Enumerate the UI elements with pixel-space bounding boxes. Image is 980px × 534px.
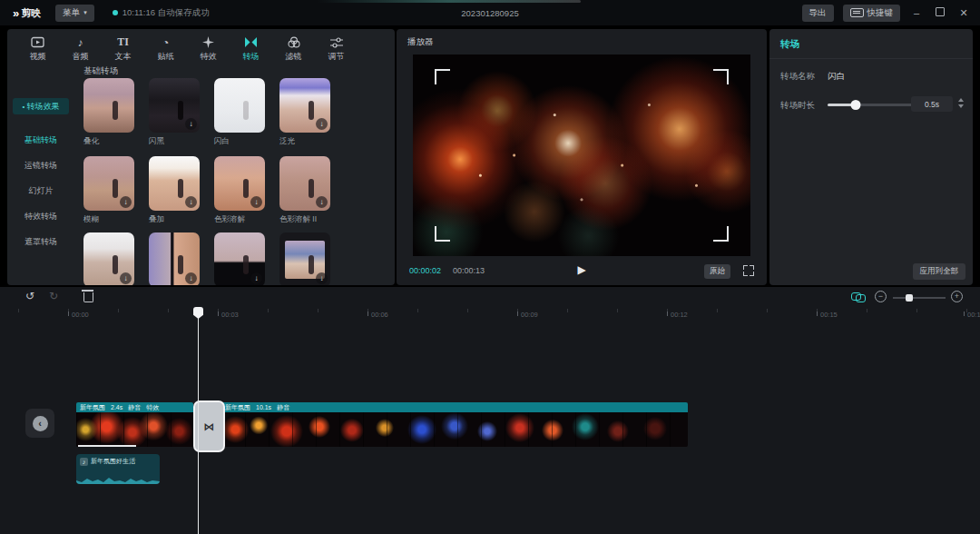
transition-card-flash-black[interactable]: ↓ 闪黑 — [149, 78, 200, 147]
timeline-zoom-slider[interactable] — [893, 297, 946, 299]
sidebar-item-camera-transitions[interactable]: 运镜转场 — [7, 160, 74, 172]
aspect-ratio-button[interactable]: 原始 — [704, 264, 730, 279]
video-preview[interactable] — [413, 54, 750, 256]
clip-mute-badge: 静音 — [128, 403, 141, 412]
duration-label: 转场时长 — [780, 100, 815, 112]
undo-button[interactable]: ↺ — [25, 290, 34, 302]
track-collapse-button[interactable]: ‹ — [25, 409, 54, 438]
zoom-out-button[interactable]: − — [875, 291, 887, 302]
playhead-line[interactable] — [198, 307, 199, 534]
timeline-zoom-handle[interactable] — [906, 294, 913, 302]
zoom-in-button[interactable]: + — [951, 291, 963, 302]
app-logo: » 剪映 — [13, 6, 41, 20]
shortcut-label: 快捷键 — [867, 7, 894, 19]
shortcut-button[interactable]: 快捷键 — [843, 5, 901, 22]
download-icon: ↓ — [185, 272, 197, 284]
fullscreen-icon[interactable] — [743, 265, 754, 276]
transition-bowtie-icon: ⋈ — [204, 420, 215, 433]
duration-stepper[interactable] — [958, 98, 964, 108]
transition-thumbnail[interactable]: ↓ — [149, 78, 200, 133]
audio-icon: ♪ — [78, 35, 83, 49]
transition-thumbnail[interactable]: ↓ — [279, 232, 330, 285]
transition-name-value: 闪白 — [828, 71, 845, 83]
duration-value-input[interactable]: 0.5s — [911, 96, 953, 112]
step-down-icon[interactable] — [958, 104, 964, 108]
transition-icon — [244, 35, 258, 49]
back-icon: ‹ — [33, 416, 48, 431]
time-ruler[interactable]: 00:00 00:03 00:06 00:09 00:12 00:15 00:1… — [0, 309, 980, 321]
download-icon: ↓ — [185, 196, 197, 208]
transition-card-flash-white[interactable]: 闪白 — [214, 78, 265, 147]
play-button[interactable]: ▶ — [577, 263, 585, 276]
transition-card-blur[interactable]: ↓ 模糊 — [83, 156, 134, 225]
transition-thumbnail[interactable]: ↓ — [83, 156, 134, 211]
transition-thumbnail[interactable]: ↓ — [149, 156, 200, 211]
transition-card[interactable]: ↓ — [149, 232, 200, 285]
transition-card-color-dissolve-2[interactable]: ↓ 色彩溶解 II — [279, 156, 330, 225]
close-button[interactable]: ✕ — [956, 7, 971, 19]
transition-card-dissolve[interactable]: 叠化 — [83, 78, 134, 147]
transition-inspector-panel: 转场 转场名称 闪白 转场时长 0.5s 应用到全部 — [769, 29, 973, 285]
transition-name-row: 转场名称 闪白 — [780, 71, 845, 83]
text-icon: TI — [117, 35, 129, 49]
clip-name: 新年氛围 — [80, 403, 105, 412]
transition-thumbnail[interactable]: ↓ — [214, 232, 265, 285]
tab-video[interactable]: 视频 — [16, 33, 59, 65]
transition-thumbnail[interactable]: ↓ — [149, 232, 200, 285]
window-sheen — [318, 0, 581, 3]
audio-waveform — [76, 473, 160, 484]
transition-label: 色彩溶解 — [214, 214, 265, 225]
delete-button[interactable] — [83, 292, 93, 302]
transition-thumbnail[interactable]: ↓ — [83, 232, 134, 285]
sidebar-item-basic-transitions[interactable]: 基础转场 — [7, 134, 74, 146]
transition-thumbnail[interactable]: ↓ — [279, 156, 330, 211]
maximize-button[interactable] — [933, 7, 947, 18]
video-icon — [31, 35, 44, 49]
project-title: 202301280925 — [461, 8, 518, 18]
clip-filmstrip[interactable] — [76, 412, 193, 447]
export-button[interactable]: 导出 — [802, 5, 834, 22]
download-icon: ↓ — [250, 272, 262, 284]
transition-thumbnail[interactable]: ↓ — [279, 78, 330, 133]
ruler-tick: 00:12 — [667, 311, 688, 319]
duration-slider-handle[interactable] — [850, 100, 860, 110]
snap-toggle-icon[interactable] — [851, 292, 866, 302]
transition-card-color-dissolve[interactable]: ↓ 色彩溶解 — [214, 156, 265, 225]
step-up-icon[interactable] — [958, 98, 964, 102]
player-panel: 播放器 00:00:02 00:00:13 ▶ 原始 — [397, 29, 767, 285]
crop-corner-icon — [435, 226, 450, 242]
transition-thumbnail[interactable]: ↓ — [214, 156, 265, 211]
transition-card-bloom[interactable]: ↓ 泛光 — [279, 78, 330, 147]
menu-label: 菜单 — [63, 7, 80, 19]
sticker-icon: ◔ — [162, 35, 169, 49]
transition-thumbnail[interactable] — [83, 78, 134, 133]
video-clip-2[interactable]: 新年氛围 10.1s 静音 — [221, 402, 688, 447]
player-title: 播放器 — [407, 36, 434, 48]
transition-category-sidebar: • 转场效果 基础转场 运镜转场 幻灯片 特效转场 遮罩转场 — [7, 64, 74, 285]
sidebar-group-transition-effects[interactable]: • 转场效果 — [13, 98, 69, 114]
transition-card[interactable]: ↓ — [83, 232, 134, 285]
transition-duration-row: 转场时长 0.5s — [780, 96, 965, 113]
name-label: 转场名称 — [780, 71, 815, 83]
transition-thumbnail[interactable] — [214, 78, 265, 133]
apply-to-all-button[interactable]: 应用到全部 — [913, 263, 966, 280]
clip-filmstrip[interactable] — [221, 412, 688, 447]
duration-slider[interactable] — [828, 104, 920, 106]
sidebar-item-slideshow[interactable]: 幻灯片 — [7, 185, 74, 197]
tab-label: 视频 — [30, 51, 46, 63]
menu-button[interactable]: 菜单 ▾ — [55, 5, 94, 22]
sidebar-item-mask-transitions[interactable]: 遮罩转场 — [7, 236, 74, 248]
ruler-tick: 00:06 — [368, 311, 388, 319]
audio-clip[interactable]: ♪ 新年氛围好生活 — [76, 454, 160, 484]
redo-button[interactable]: ↻ — [49, 290, 58, 302]
video-clip-1[interactable]: 新年氛围 2.4s 静音 特效 — [76, 402, 193, 447]
keyboard-icon — [850, 8, 864, 17]
sidebar-item-effect-transitions[interactable]: 特效转场 — [7, 211, 74, 222]
transition-card[interactable]: ↓ — [279, 232, 330, 285]
download-icon: ↓ — [185, 118, 197, 130]
ruler-tick: 00:09 — [517, 311, 538, 319]
minimize-button[interactable]: – — [909, 7, 924, 18]
transition-card-overlay[interactable]: ↓ 叠加 — [149, 156, 200, 225]
transition-card[interactable]: ↓ — [214, 232, 265, 285]
download-icon: ↓ — [250, 196, 262, 208]
